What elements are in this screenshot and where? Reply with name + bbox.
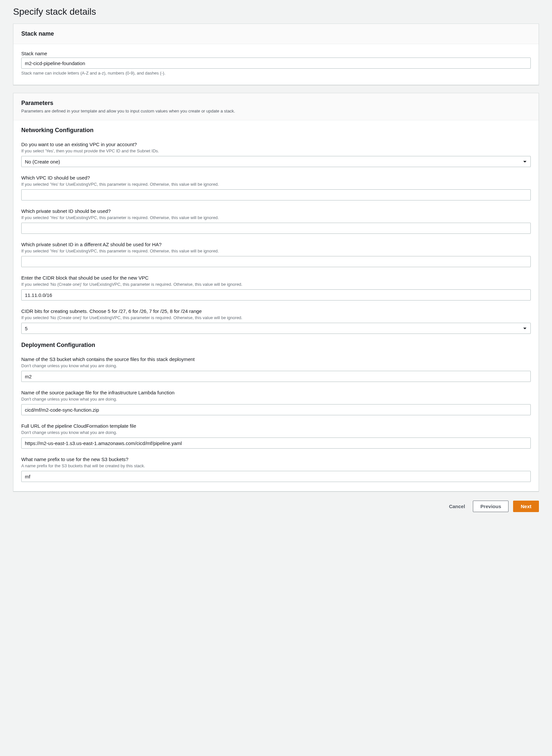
- pipeline-template-input[interactable]: [21, 438, 531, 449]
- parameters-panel: Parameters Parameters are defined in you…: [13, 93, 539, 491]
- cancel-button[interactable]: Cancel: [446, 501, 468, 512]
- deployment-heading: Deployment Configuration: [21, 342, 531, 348]
- s3-bucket-input[interactable]: [21, 371, 531, 382]
- networking-heading: Networking Configuration: [21, 127, 531, 134]
- pipeline-template-label: Full URL of the pipeline CloudFormation …: [21, 423, 531, 429]
- vpc-id-input[interactable]: [21, 189, 531, 200]
- subnet1-field: Which private subnet ID should be used? …: [21, 208, 531, 234]
- subnet2-hint: If you selected 'Yes' for UseExistingVPC…: [21, 249, 531, 254]
- bucket-prefix-label: What name prefix to use for the new S3 b…: [21, 456, 531, 462]
- vpc-id-label: Which VPC ID should be used?: [21, 175, 531, 180]
- subnet1-input[interactable]: [21, 223, 531, 234]
- s3-bucket-hint: Don't change unless you know what you ar…: [21, 363, 531, 368]
- page-title: Specify stack details: [13, 7, 539, 17]
- use-existing-vpc-label: Do you want to use an existing VPC in yo…: [21, 142, 531, 147]
- cidr-bits-label: CIDR bits for creating subnets. Choose 5…: [21, 308, 531, 314]
- cidr-bits-hint: If you selected 'No (Create one)' for Us…: [21, 315, 531, 320]
- subnet2-label: Which private subnet ID in a different A…: [21, 242, 531, 247]
- subnet2-field: Which private subnet ID in a different A…: [21, 242, 531, 267]
- subnet1-label: Which private subnet ID should be used?: [21, 208, 531, 214]
- cidr-bits-select[interactable]: 5: [21, 323, 531, 334]
- s3-bucket-label: Name of the S3 bucket which contains the…: [21, 356, 531, 362]
- subnet1-hint: If you selected 'Yes' for UseExistingVPC…: [21, 215, 531, 220]
- stack-name-label: Stack name: [21, 51, 531, 56]
- vpc-id-hint: If you selected 'Yes' for UseExistingVPC…: [21, 182, 531, 187]
- lambda-package-label: Name of the source package file for the …: [21, 390, 531, 395]
- stack-name-panel: Stack name Stack name Stack name can inc…: [13, 23, 539, 85]
- pipeline-template-field: Full URL of the pipeline CloudFormation …: [21, 423, 531, 449]
- stack-name-input[interactable]: [21, 57, 531, 69]
- bucket-prefix-input[interactable]: [21, 471, 531, 482]
- cidr-hint: If you selected 'No (Create one)' for Us…: [21, 282, 531, 287]
- cidr-bits-value: 5: [25, 326, 27, 331]
- subnet2-input[interactable]: [21, 256, 531, 267]
- stack-name-field: Stack name Stack name can include letter…: [21, 51, 531, 75]
- bucket-prefix-hint: A name prefix for the S3 buckets that wi…: [21, 463, 531, 468]
- use-existing-vpc-field: Do you want to use an existing VPC in yo…: [21, 142, 531, 167]
- lambda-package-field: Name of the source package file for the …: [21, 390, 531, 415]
- pipeline-template-hint: Don't change unless you know what you ar…: [21, 430, 531, 435]
- stack-name-panel-title: Stack name: [21, 30, 531, 37]
- use-existing-vpc-hint: If you select 'Yes', then you must provi…: [21, 148, 531, 153]
- parameters-panel-title: Parameters: [21, 100, 531, 107]
- cidr-field: Enter the CIDR block that should be used…: [21, 275, 531, 301]
- stack-name-panel-header: Stack name: [13, 24, 539, 44]
- parameters-panel-subtitle: Parameters are defined in your template …: [21, 109, 531, 114]
- s3-bucket-field: Name of the S3 bucket which contains the…: [21, 356, 531, 382]
- previous-button[interactable]: Previous: [473, 501, 509, 512]
- cidr-bits-field: CIDR bits for creating subnets. Choose 5…: [21, 308, 531, 334]
- footer-actions: Cancel Previous Next: [13, 499, 539, 512]
- vpc-id-field: Which VPC ID should be used? If you sele…: [21, 175, 531, 200]
- lambda-package-hint: Don't change unless you know what you ar…: [21, 397, 531, 402]
- cidr-label: Enter the CIDR block that should be used…: [21, 275, 531, 281]
- use-existing-vpc-value: No (Create one): [25, 159, 60, 164]
- lambda-package-input[interactable]: [21, 404, 531, 415]
- parameters-panel-header: Parameters Parameters are defined in you…: [13, 93, 539, 120]
- bucket-prefix-field: What name prefix to use for the new S3 b…: [21, 456, 531, 482]
- stack-name-hint: Stack name can include letters (A-Z and …: [21, 70, 531, 75]
- next-button[interactable]: Next: [513, 501, 539, 512]
- use-existing-vpc-select[interactable]: No (Create one): [21, 156, 531, 167]
- cidr-input[interactable]: [21, 289, 531, 301]
